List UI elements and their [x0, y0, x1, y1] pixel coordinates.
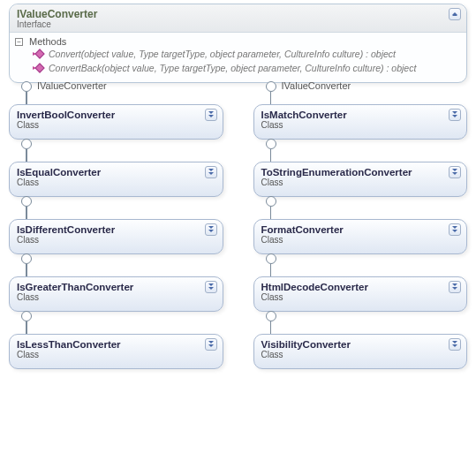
class-box: IsLessThanConverterClass	[9, 334, 223, 369]
lollipop-stem	[270, 92, 272, 104]
lollipop-stem	[26, 92, 27, 104]
interface-lollipop	[266, 311, 276, 321]
class-wrapper: IValueConverterIsMatchConverterClass	[253, 104, 468, 140]
class-wrapper: IsLessThanConverterClass	[9, 334, 223, 369]
lollipop-label: IValueConverter	[282, 80, 351, 91]
interface-lollipop	[21, 139, 32, 149]
class-wrapper: IsDifferentConverterClass	[9, 219, 223, 254]
lollipop-circle-icon	[266, 311, 276, 321]
classes-grid: IValueConverterInvertBoolConverterClassI…	[9, 104, 467, 369]
class-name: VisibilityConverter	[261, 339, 460, 350]
methods-label: Methods	[29, 36, 66, 47]
method-signature: Convert(object value, Type targetType, o…	[49, 49, 396, 59]
interface-lollipop	[266, 139, 276, 149]
expand-class-button[interactable]	[205, 166, 217, 178]
interface-body: − Methods Convert(object value, Type tar…	[10, 33, 466, 82]
class-box: InvertBoolConverterClass	[9, 104, 223, 140]
lollipop-circle-icon	[266, 81, 276, 92]
interface-lollipop	[21, 196, 32, 207]
class-wrapper: VisibilityConverterClass	[253, 334, 468, 369]
lollipop-stem	[270, 264, 272, 276]
lollipop-stem	[26, 149, 27, 162]
expand-class-button[interactable]	[205, 281, 217, 293]
class-wrapper: FormatConverterClass	[253, 219, 468, 254]
class-box: IsMatchConverterClass	[253, 104, 468, 140]
lollipop-circle-icon	[266, 139, 276, 149]
expand-class-button[interactable]	[449, 223, 461, 236]
class-box: IsEqualConverterClass	[9, 162, 223, 197]
class-wrapper: IsEqualConverterClass	[9, 162, 223, 197]
class-wrapper: ToStringEnumerationConverterClass	[253, 162, 468, 197]
class-stereotype: Class	[261, 120, 460, 130]
expand-class-button[interactable]	[205, 223, 217, 236]
expand-class-button[interactable]	[449, 338, 461, 351]
method-icon	[33, 49, 43, 58]
expand-class-button[interactable]	[205, 338, 217, 351]
class-stereotype: Class	[17, 292, 215, 302]
expand-class-button[interactable]	[205, 109, 217, 121]
lollipop-circle-icon	[21, 311, 32, 321]
method-icon	[33, 64, 43, 72]
class-name: IsMatchConverter	[261, 110, 460, 120]
lollipop-stem	[26, 207, 27, 219]
class-wrapper: HtmlDecodeConverterClass	[253, 276, 468, 312]
interface-lollipop	[266, 253, 276, 264]
class-box: IsGreaterThanConverterClass	[9, 276, 223, 312]
class-name: IsLessThanConverter	[17, 339, 215, 350]
class-stereotype: Class	[17, 235, 215, 245]
class-box: HtmlDecodeConverterClass	[253, 276, 468, 312]
interface-lollipop: IValueConverter	[266, 81, 351, 92]
lollipop-circle-icon	[266, 253, 276, 264]
methods-header-row: − Methods	[13, 36, 459, 47]
interface-name: IValueConverter	[17, 8, 459, 20]
class-stereotype: Class	[261, 350, 460, 359]
lollipop-circle-icon	[266, 196, 276, 207]
class-stereotype: Class	[17, 120, 215, 130]
class-stereotype: Class	[17, 350, 215, 359]
collapse-interface-button[interactable]	[449, 8, 461, 20]
class-stereotype: Class	[261, 178, 460, 187]
interface-lollipop	[21, 253, 32, 264]
method-row: Convert(object value, Type targetType, o…	[13, 47, 459, 61]
class-name: FormatConverter	[261, 224, 460, 235]
class-box: IsDifferentConverterClass	[9, 219, 223, 254]
class-stereotype: Class	[261, 292, 460, 302]
lollipop-stem	[270, 321, 272, 334]
class-box: ToStringEnumerationConverterClass	[253, 162, 468, 197]
method-row: ConvertBack(object value, Type targetTyp…	[13, 61, 459, 75]
lollipop-circle-icon	[21, 196, 32, 207]
lollipop-circle-icon	[21, 81, 32, 92]
class-name: IsGreaterThanConverter	[17, 282, 215, 292]
interface-stereotype: Interface	[17, 19, 459, 29]
class-stereotype: Class	[17, 178, 215, 187]
class-box: VisibilityConverterClass	[253, 334, 468, 369]
class-name: HtmlDecodeConverter	[261, 282, 460, 292]
lollipop-circle-icon	[21, 253, 32, 264]
class-name: IsEqualConverter	[17, 167, 215, 178]
expand-class-button[interactable]	[449, 109, 461, 121]
class-name: IsDifferentConverter	[17, 224, 215, 235]
lollipop-circle-icon	[21, 139, 32, 149]
lollipop-stem	[270, 207, 272, 219]
class-name: ToStringEnumerationConverter	[261, 167, 460, 178]
expand-class-button[interactable]	[449, 166, 461, 178]
lollipop-label: IValueConverter	[37, 80, 107, 91]
class-stereotype: Class	[261, 235, 460, 245]
interface-header: IValueConverter Interface	[10, 4, 466, 33]
lollipop-stem	[270, 149, 272, 162]
interface-lollipop	[21, 311, 32, 321]
interface-box: IValueConverter Interface − Methods Conv…	[9, 4, 467, 83]
method-signature: ConvertBack(object value, Type targetTyp…	[49, 63, 416, 73]
class-box: FormatConverterClass	[253, 219, 468, 254]
class-name: InvertBoolConverter	[17, 110, 215, 120]
class-wrapper: IValueConverterInvertBoolConverterClass	[9, 104, 223, 140]
class-wrapper: IsGreaterThanConverterClass	[9, 276, 223, 312]
lollipop-stem	[26, 264, 27, 276]
minus-icon[interactable]: −	[15, 38, 23, 46]
lollipop-stem	[26, 321, 27, 334]
interface-lollipop	[266, 196, 276, 207]
expand-class-button[interactable]	[449, 281, 461, 293]
interface-lollipop: IValueConverter	[21, 81, 107, 92]
